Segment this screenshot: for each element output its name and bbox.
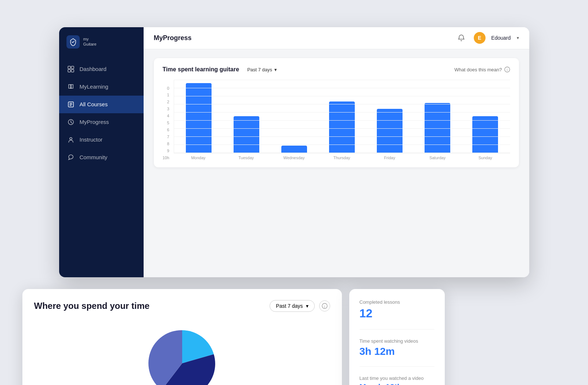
main-window: my Guitare Dashboard: [59, 27, 529, 277]
svg-point-6: [70, 138, 72, 140]
pie-chart: [142, 323, 223, 385]
time-watching-label: Time spent watching videos: [360, 338, 434, 344]
sidebar: my Guitare Dashboard: [59, 27, 144, 277]
sidebar-item-instructor[interactable]: Instructor: [59, 131, 144, 149]
y-axis: 10h 9 8 7 6 5 4 3 2 1 0: [163, 86, 174, 160]
sidebar-item-dashboard[interactable]: Dashboard: [59, 60, 144, 78]
page-title: MyProgress: [154, 34, 192, 42]
where-time-card: Where you spend your time Past 7 days ▾ …: [22, 289, 342, 385]
avatar: E: [474, 32, 486, 44]
courses-icon: [67, 101, 75, 108]
sidebar-nav: Dashboard MyLearning: [59, 57, 144, 277]
bar-chart-filter-button[interactable]: Past 7 days ▾: [244, 65, 281, 74]
bar-thursday: [320, 101, 364, 153]
bar-wednesday: [272, 146, 317, 153]
x-labels: Monday Tuesday Wednesday Thursday Friday…: [174, 153, 510, 160]
sidebar-item-label: MyLearning: [80, 83, 108, 90]
user-name: Edouard: [491, 35, 511, 41]
last-watched-value: March 12th: [360, 382, 434, 385]
svg-rect-0: [68, 66, 71, 69]
book-icon: [67, 83, 75, 90]
sidebar-item-mylearning[interactable]: MyLearning: [59, 78, 144, 96]
svg-text:i: i: [506, 68, 508, 72]
bar-chart-card: Time spent learning guitare Past 7 days …: [154, 58, 519, 167]
bars-container: [174, 80, 510, 153]
svg-rect-2: [68, 69, 71, 72]
chart-info-link[interactable]: What does this mean? i: [454, 67, 510, 72]
last-watched-label: Last time you watched a video: [360, 375, 434, 381]
time-watching-value: 3h 12m: [360, 345, 434, 358]
info-button[interactable]: i: [319, 300, 330, 311]
svg-rect-1: [71, 66, 74, 69]
user-dropdown-arrow[interactable]: ▾: [517, 35, 519, 40]
bar-friday: [367, 109, 412, 153]
completed-lessons-label: Completed lessons: [360, 299, 434, 305]
bar-monday: [176, 83, 221, 153]
where-time-controls: Past 7 days ▾ i: [270, 300, 330, 312]
sidebar-item-label: Community: [80, 154, 108, 160]
topbar: MyProgress E Edouard ▾: [144, 27, 529, 49]
sidebar-item-community[interactable]: Community: [59, 149, 144, 166]
where-time-header: Where you spend your time Past 7 days ▾ …: [34, 300, 330, 312]
sidebar-item-myprogress[interactable]: MyProgress: [59, 113, 144, 131]
sidebar-item-allcourses[interactable]: All Courses: [59, 96, 144, 113]
topbar-right: E Edouard ▾: [455, 31, 519, 44]
notification-button[interactable]: [455, 31, 468, 44]
completed-lessons-value: 12: [360, 306, 434, 320]
logo: my Guitare: [59, 27, 144, 57]
chart-title-row: Time spent learning guitare Past 7 days …: [163, 65, 281, 74]
stats-card: Completed lessons 12 Time spent watching…: [349, 289, 445, 385]
chart-header: Time spent learning guitare Past 7 days …: [163, 65, 510, 74]
chart-title: Time spent learning guitare: [163, 66, 239, 73]
stat-completed-lessons: Completed lessons 12: [360, 299, 434, 320]
sidebar-item-label: All Courses: [80, 101, 108, 107]
svg-text:i: i: [324, 304, 325, 308]
period-filter-button[interactable]: Past 7 days ▾: [270, 300, 314, 312]
bar-chart: 10h 9 8 7 6 5 4 3 2 1 0: [163, 80, 510, 160]
bars-area: Monday Tuesday Wednesday Thursday Friday…: [174, 80, 510, 160]
main-content: MyProgress E Edouard ▾: [144, 27, 529, 277]
progress-icon: [67, 118, 75, 126]
dashboard-icon: [67, 65, 75, 73]
divider-2: [360, 366, 434, 367]
sidebar-item-label: Instructor: [80, 136, 103, 143]
svg-rect-3: [71, 69, 74, 72]
bar-tuesday: [224, 116, 269, 153]
community-icon: [67, 154, 75, 161]
instructor-icon: [67, 136, 75, 143]
divider-1: [360, 329, 434, 329]
logo-icon: [66, 35, 80, 49]
where-time-title: Where you spend your time: [34, 301, 150, 311]
bar-sunday: [463, 116, 508, 153]
sidebar-item-label: MyProgress: [80, 119, 109, 125]
content-area: Time spent learning guitare Past 7 days …: [144, 49, 529, 277]
overlay-container: Where you spend your time Past 7 days ▾ …: [22, 289, 445, 385]
chevron-down-icon: ▾: [306, 303, 309, 309]
pie-chart-section: Rock - The Basics Module 2 Rock - The Ba…: [34, 319, 330, 385]
chevron-down-icon: ▾: [274, 67, 277, 72]
bar-saturday: [415, 103, 460, 153]
stat-last-watched: Last time you watched a video March 12th: [360, 375, 434, 385]
stat-time-watching: Time spent watching videos 3h 12m: [360, 338, 434, 358]
logo-text: my Guitare: [83, 37, 97, 46]
sidebar-item-label: Dashboard: [80, 66, 107, 72]
